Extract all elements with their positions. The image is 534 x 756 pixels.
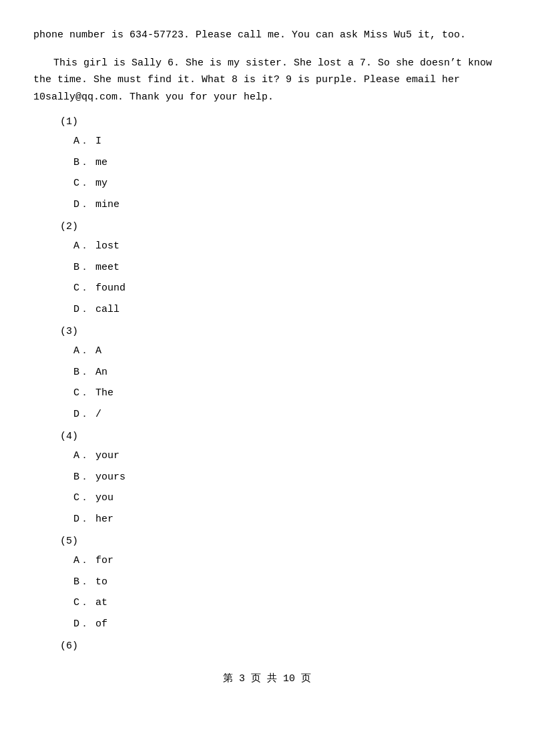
option-4-3: C． you	[73, 490, 501, 507]
passage-container: phone number is 634-57723. Please call m…	[33, 27, 501, 106]
option-4-2: B． yours	[73, 469, 501, 486]
passage-line2: This girl is Sally 6. She is my sister. …	[33, 55, 501, 106]
option-1-4: D． mine	[73, 196, 501, 214]
option-1-2: B． me	[73, 154, 501, 172]
option-5-1: A． for	[73, 552, 501, 570]
option-4-4: D． her	[73, 511, 501, 528]
option-3-4: D． /	[73, 406, 501, 423]
option-4-1: A． your	[73, 447, 501, 465]
option-2-1: A． lost	[73, 238, 501, 255]
option-2-3: C． found	[73, 280, 501, 297]
option-2-4: D． call	[73, 301, 501, 319]
option-3-1: A． A	[73, 343, 501, 360]
option-1-3: C． my	[73, 175, 501, 192]
option-5-3: C． at	[73, 594, 501, 612]
footer-text: 第 3 页 共 10 页	[223, 673, 311, 685]
option-1-1: A． I	[73, 133, 501, 150]
question-number-2: (2)	[60, 221, 501, 232]
question-number-6: (6)	[60, 640, 501, 652]
question-number-4: (4)	[60, 431, 501, 442]
question-number-5: (5)	[60, 536, 501, 547]
option-5-4: D． of	[73, 616, 501, 633]
passage-line1: phone number is 634-57723. Please call m…	[33, 27, 501, 44]
option-3-2: B． An	[73, 364, 501, 381]
option-5-2: B． to	[73, 574, 501, 591]
option-2-2: B． meet	[73, 259, 501, 276]
question-number-3: (3)	[60, 326, 501, 337]
question-number-1: (1)	[60, 116, 501, 128]
option-3-3: C． The	[73, 385, 501, 402]
page-footer: 第 3 页 共 10 页	[33, 672, 501, 685]
questions-container: (1)A． IB． meC． myD． mine(2)A． lostB． mee…	[33, 116, 501, 652]
